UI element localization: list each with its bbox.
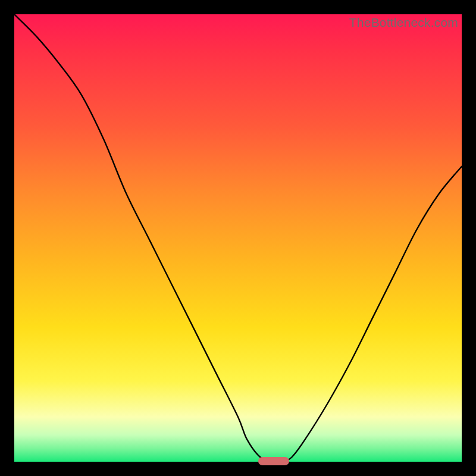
plot-area: TheBottleneck.com — [14, 14, 462, 462]
optimal-marker — [258, 457, 290, 465]
chart-frame: TheBottleneck.com — [0, 0, 476, 476]
bottleneck-curve — [14, 14, 462, 462]
